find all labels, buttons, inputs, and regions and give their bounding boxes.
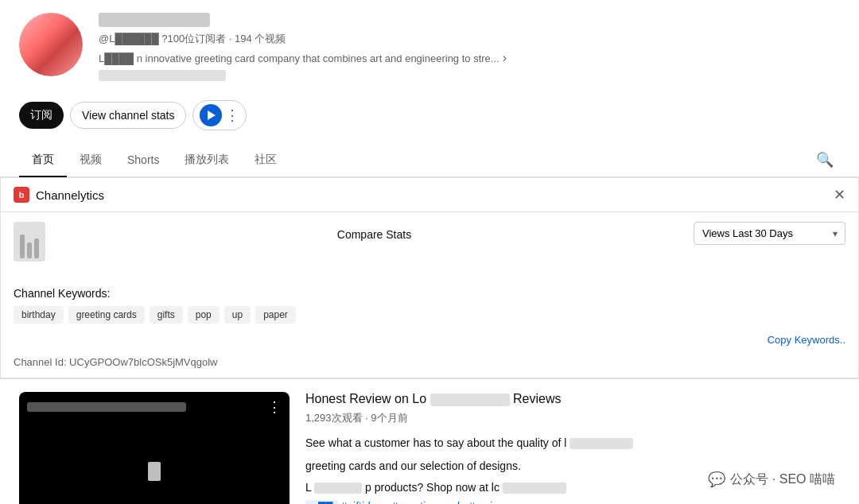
channel-id-value: UCyGPOOw7blcOSk5jMVqgolw <box>69 356 217 368</box>
video-title-prefix: Honest Review on Lo <box>305 392 426 405</box>
tab-playlists[interactable]: 播放列表 <box>172 143 242 176</box>
video-title-blur <box>27 402 186 412</box>
chevron-right-icon[interactable]: › <box>503 51 507 65</box>
channelytics-title: Channelytics <box>36 188 104 202</box>
video-title-bar: ⋮ <box>19 392 290 422</box>
keywords-title: Channel Keywords: <box>14 287 845 300</box>
tag-greetingcards[interactable]: #greetingcards <box>391 500 465 504</box>
more-options-icon[interactable]: ⋮ <box>225 107 239 124</box>
link-mid: p products? Shop now at lc <box>365 481 499 494</box>
channel-meta: @L██████ ?100位订阅者 · 194 个视频 <box>99 32 840 46</box>
compare-stats-col: Compare Stats <box>55 212 694 281</box>
keyword-greeting-cards: greeting cards <box>68 306 145 324</box>
views-dropdown[interactable]: Views Last 30 Days Subscribers Last 30 D… <box>694 222 845 245</box>
tab-shorts[interactable]: Shorts <box>115 144 172 176</box>
logo-letter: b <box>19 190 25 200</box>
channelytics-logo: b Channelytics <box>14 187 104 203</box>
search-icon[interactable]: 🔍 <box>810 145 840 175</box>
channelytics-widget: b Channelytics ✕ Compare Stats Views Las… <box>0 177 859 378</box>
keywords-section: Channel Keywords: birthday greeting card… <box>1 281 858 333</box>
watermark-icon: 💬 <box>708 471 725 488</box>
keywords-list: birthday greeting cards gifts pop up pap… <box>14 306 845 324</box>
keyword-pop: pop <box>188 306 220 324</box>
play-more-button[interactable]: ⋮ <box>192 100 247 130</box>
channel-desc-text: L████ n innovative greeting card company… <box>99 52 499 64</box>
video-meta: 1,293次观看 · 9个月前 <box>305 411 840 425</box>
channel-id-section: Channel Id: UCyGPOOw7blcOSk5jMVqgolw <box>1 352 858 378</box>
channel-nav: 首页 视频 Shorts 播放列表 社区 🔍 <box>0 143 859 177</box>
keyword-birthday: birthday <box>14 306 64 324</box>
video-title: Honest Review on Lo Reviews <box>305 392 840 406</box>
video-tags: #l██ #giftideas #greetingcards #review <box>305 500 840 504</box>
chart-bar <box>27 242 32 258</box>
video-player: ⋮ ⏸ 🔊 0:00 / 0:30 ⬜ ⚙ ⛶ <box>19 392 290 504</box>
view-stats-button[interactable]: View channel stats <box>70 102 186 129</box>
tag-blur[interactable]: #l██ <box>305 500 338 504</box>
channelytics-body: Compare Stats Views Last 30 Days Subscri… <box>1 212 858 281</box>
tag-review[interactable]: #review <box>468 500 507 504</box>
keyword-paper: paper <box>255 306 296 324</box>
channel-avatar <box>19 13 83 76</box>
copy-keywords-link[interactable]: Copy Keywords.. <box>768 334 845 346</box>
chart-col <box>1 212 55 281</box>
keyword-up: up <box>224 306 251 324</box>
video-title-blur <box>430 394 510 406</box>
chart-bar <box>20 235 25 258</box>
video-cursor-icon <box>148 462 161 481</box>
watermark: 💬 公众号 · SEO 喵喵 <box>708 471 835 488</box>
channelytics-logo-icon: b <box>14 187 29 203</box>
channelytics-header: b Channelytics ✕ <box>1 178 858 212</box>
chart-bar <box>34 238 39 258</box>
video-desc-line1: See what a customer has to say about the… <box>305 435 840 452</box>
link-prefix: L <box>305 481 311 494</box>
watermark-text: 公众号 · SEO 喵喵 <box>730 471 835 488</box>
link-blur-2 <box>503 483 566 494</box>
keyword-gifts: gifts <box>150 306 183 324</box>
compare-stats-label: Compare Stats <box>337 228 411 241</box>
subscribe-button[interactable]: 订阅 <box>19 102 64 129</box>
play-icon <box>200 104 222 126</box>
tab-community[interactable]: 社区 <box>242 143 290 176</box>
chart-placeholder <box>14 222 45 262</box>
video-more-icon[interactable]: ⋮ <box>267 398 282 416</box>
channel-link <box>99 70 226 81</box>
close-button[interactable]: ✕ <box>834 186 845 204</box>
tab-home[interactable]: 首页 <box>19 143 67 176</box>
channel-desc: L████ n innovative greeting card company… <box>99 51 840 65</box>
channel-name <box>99 13 210 27</box>
tab-videos[interactable]: 视频 <box>67 143 115 176</box>
channel-actions: 订阅 View channel stats ⋮ <box>19 100 840 130</box>
tag-giftideas[interactable]: #giftideas <box>341 500 389 504</box>
copy-keywords-section: Copy Keywords.. <box>1 333 858 352</box>
channel-id-label: Channel Id: <box>14 356 69 368</box>
video-title-suffix: Reviews <box>513 392 561 405</box>
dropdown-col: Views Last 30 Days Subscribers Last 30 D… <box>694 212 858 281</box>
desc-blur-1 <box>569 438 633 449</box>
desc-text-1: See what a customer has to say about the… <box>305 436 566 449</box>
channel-info: @L██████ ?100位订阅者 · 194 个视频 L████ n inno… <box>99 13 840 91</box>
link-blur-1 <box>314 483 362 494</box>
dropdown-wrapper[interactable]: Views Last 30 Days Subscribers Last 30 D… <box>694 222 845 245</box>
